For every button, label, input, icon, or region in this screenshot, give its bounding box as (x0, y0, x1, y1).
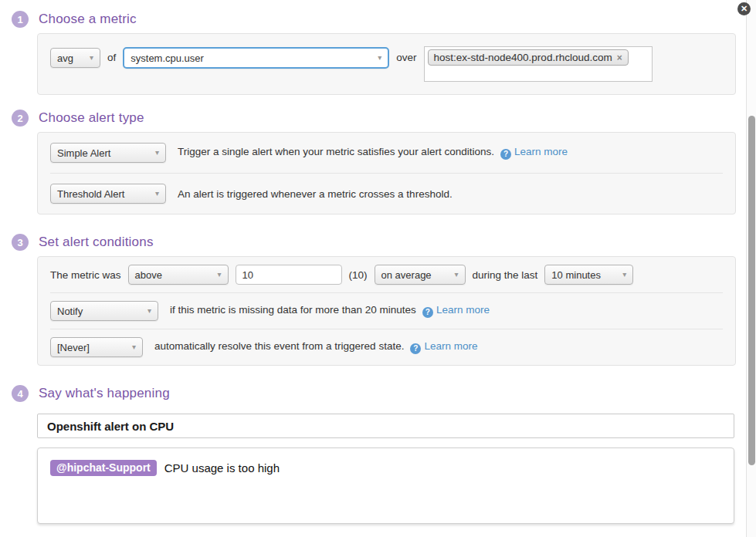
alert-editor: 1 Choose a metric avg ▾ of system.cpu.us… (0, 0, 756, 537)
no-data-row: Notify ▾ if this metric is missing data … (38, 293, 735, 329)
metric-was-label: The metric was (50, 269, 121, 281)
condition-aggregation-dropdown[interactable]: on average ▾ (375, 265, 466, 285)
threshold-input[interactable] (236, 265, 342, 285)
help-icon[interactable]: ? (422, 307, 433, 318)
description-text: automatically resolve this event from a … (154, 340, 404, 352)
threshold-alert-description: An alert is triggered whenever a metric … (178, 188, 453, 200)
remove-tag-icon[interactable]: × (617, 52, 622, 63)
no-data-dropdown[interactable]: Notify ▾ (50, 301, 158, 321)
section-header-choose-metric: 1 Choose a metric (12, 11, 756, 28)
alert-message-editor[interactable]: @hipchat-Support CPU usage is too high (37, 448, 734, 524)
dropdown-value: on average (381, 269, 432, 281)
section-title: Set alert conditions (39, 235, 154, 250)
section-header-say: 4 Say what's happening (12, 385, 756, 402)
section-header-alert-type: 2 Choose alert type (12, 110, 756, 127)
threshold-alert-dropdown[interactable]: Threshold Alert ▾ (50, 184, 166, 204)
threshold-condition-row: The metric was above ▾ (10) on average ▾… (38, 257, 735, 292)
conditions-panel: The metric was above ▾ (10) on average ▾… (37, 256, 736, 366)
description-text: Trigger a single alert when your metric … (178, 146, 494, 157)
simple-alert-row: Simple Alert ▾ Trigger a single alert wh… (38, 133, 735, 173)
timeframe-dropdown[interactable]: 10 minutes ▾ (544, 265, 633, 285)
chevron-down-icon: ▾ (132, 343, 136, 351)
step-4-badge: 4 (12, 385, 29, 402)
scrollbar-track[interactable] (746, 0, 756, 537)
chevron-down-icon: ▾ (378, 54, 381, 62)
chevron-down-icon: ▾ (147, 307, 151, 315)
alert-title-input[interactable] (37, 414, 734, 438)
dropdown-value: [Never] (57, 342, 90, 353)
dropdown-value: system.cpu.user (131, 52, 204, 64)
comparison-dropdown[interactable]: above ▾ (128, 265, 229, 285)
dropdown-value: Simple Alert (57, 147, 110, 159)
metric-row: avg ▾ of system.cpu.user ▾ over host:ex-… (38, 34, 735, 94)
auto-resolve-text: automatically resolve this event from a … (154, 340, 477, 354)
chevron-down-icon: ▾ (155, 149, 159, 157)
metric-select[interactable]: system.cpu.user ▾ (123, 47, 389, 69)
learn-more-link[interactable]: Learn more (424, 340, 477, 352)
chevron-down-icon: ▾ (218, 271, 222, 279)
metric-panel: avg ▾ of system.cpu.user ▾ over host:ex-… (37, 33, 736, 95)
learn-more-link[interactable]: Learn more (436, 304, 490, 316)
auto-resolve-dropdown[interactable]: [Never] ▾ (50, 337, 143, 357)
section-title: Choose alert type (39, 110, 144, 126)
close-icon[interactable]: ✕ (737, 2, 751, 15)
alert-type-panel: Simple Alert ▾ Trigger a single alert wh… (37, 132, 736, 214)
no-data-text: if this metric is missing data for more … (170, 304, 490, 318)
step-3-badge: 3 (12, 234, 29, 251)
dropdown-value: Threshold Alert (57, 188, 124, 200)
chevron-down-icon: ▾ (455, 271, 459, 279)
help-icon[interactable]: ? (500, 149, 511, 160)
over-label: over (396, 52, 416, 63)
chevron-down-icon: ▾ (622, 271, 626, 279)
of-label: of (107, 52, 116, 63)
scope-tag-label: host:ex-std-node400.prod.rhcloud.com (434, 52, 612, 63)
section-title: Say what's happening (39, 386, 170, 401)
scrollbar-thumb[interactable] (748, 116, 755, 465)
mention-pill[interactable]: @hipchat-Support (50, 460, 157, 476)
step-1-badge: 1 (12, 11, 29, 28)
dropdown-value: Notify (57, 306, 83, 317)
message-line: @hipchat-Support CPU usage is too high (50, 460, 721, 476)
message-text: CPU usage is too high (164, 461, 280, 475)
step-2-badge: 2 (12, 110, 29, 127)
chevron-down-icon: ▾ (90, 54, 93, 62)
chevron-down-icon: ▾ (155, 190, 159, 198)
threshold-echo: (10) (349, 269, 368, 281)
learn-more-link[interactable]: Learn more (514, 146, 568, 157)
scope-tag: host:ex-std-node400.prod.rhcloud.com × (428, 49, 629, 66)
simple-alert-dropdown[interactable]: Simple Alert ▾ (50, 143, 166, 163)
help-icon[interactable]: ? (410, 343, 421, 354)
section-title: Choose a metric (39, 12, 137, 27)
threshold-alert-row: Threshold Alert ▾ An alert is triggered … (38, 174, 735, 214)
description-text: if this metric is missing data for more … (170, 304, 416, 316)
section-header-conditions: 3 Set alert conditions (12, 234, 756, 251)
dropdown-value: above (135, 269, 162, 281)
dropdown-value: 10 minutes (551, 269, 601, 281)
auto-resolve-row: [Never] ▾ automatically resolve this eve… (38, 329, 735, 365)
dropdown-value: avg (57, 52, 73, 64)
aggregation-dropdown[interactable]: avg ▾ (50, 48, 100, 68)
simple-alert-description: Trigger a single alert when your metric … (178, 146, 568, 160)
during-label: during the last (473, 269, 538, 281)
scope-tag-input[interactable]: host:ex-std-node400.prod.rhcloud.com × (424, 46, 653, 82)
